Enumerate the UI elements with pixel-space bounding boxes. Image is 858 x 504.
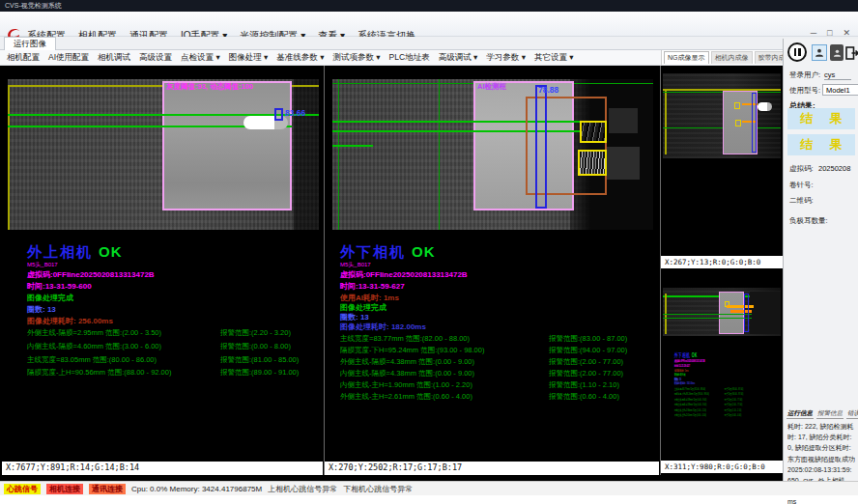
measurement-row: 外侧主线-隔膜=4.38mm 范围:(0.00 - 9.00) 报警范围:(2.… [340,357,474,367]
tool-spot-check[interactable]: 点检设置 ▾ [181,52,220,64]
mid-result-title: 外下相机 OK [340,243,436,262]
mid-camera-canvas[interactable]: AI检测框 78.88 [332,79,653,230]
user-dark-icon [833,48,842,58]
neg-tab-count-label: 负极耳数量: [789,216,828,226]
tool-advanced-settings[interactable]: 高级设置 [139,52,172,64]
mid-green-vline-1 [338,79,339,230]
login-user-value[interactable]: cys [824,70,851,80]
tab-camera-image[interactable]: 相机内成像 [711,51,753,64]
tool-plc-address[interactable]: PLC地址表 [389,52,430,64]
needle-no-label: 卷针号: [789,181,814,190]
result-box-2: 结 果 [787,134,855,155]
measurement-value: 外侧主线-隔膜=4.38mm 范围:(0.00 - 9.00) [340,357,474,366]
mid-green-segment [332,145,373,147]
tool-camera-config[interactable]: 相机配置 [7,52,40,64]
window-titlebar: CVS-视觉检测系统 [0,0,858,12]
status-bar: 心跳信号 相机连接 通讯连接 Cpu: 0.0% Memory: 3424.41… [0,481,858,495]
tool-advanced-debug[interactable]: 高级调试 ▾ [439,52,478,64]
model-value-field[interactable]: Model1 [822,84,858,96]
tab-alarm-info[interactable]: 报警信息 [816,409,844,419]
tab-ng-display[interactable]: NG成像显示 [664,51,709,64]
cpu-memory-readout: Cpu: 0.0% Memory: 3424.41796875M [131,485,262,493]
tool-test-params[interactable]: 测试项参数 ▾ [332,52,380,64]
qrcode-label: 二维码: [789,196,814,206]
mid-pixel-readout: X:270;Y:2502;R:17;G:17;B:17 [325,462,659,475]
left-camera-canvas[interactable]: 灰度阈值:93, 动态阈值:100 83.66 [8,79,319,230]
measurement-value: 主线宽度=83.77mm 范围:(82.00 - 88.00) [340,334,470,343]
measurement-row: 隔膜宽度-上H=90.56mm 范围:(88.00 - 92.00) 报警范围:… [27,368,171,378]
sv1-olive-line [663,89,781,91]
measurement-row: 外侧主线-隔膜=2.95mm 范围:(2.00 - 3.50) 报警范围:(2.… [27,328,161,338]
measurement-value: 隔膜宽度-上H=90.56mm 范围:(88.00 - 92.00) [27,368,171,377]
sv2-orange-label [727,305,754,308]
exit-button[interactable] [844,44,858,61]
mid-blue-roi [535,85,547,209]
mid-tab-box-2 [578,150,607,176]
left-camera-name: 外上相机 [27,243,93,262]
camera-connect-badge: 相机连接 [46,484,83,494]
small-view-1-canvas[interactable] [663,73,781,158]
tool-other-settings[interactable]: 其它设置 ▾ [534,52,574,64]
measurement-row: 内侧主线-主H=1.90mm 范围:(1.00 - 2.20) 报警范围:(1.… [340,380,472,390]
sv1-green-line-2 [663,127,781,128]
mid-measure-label: 78.88 [538,85,558,95]
mid-ok-status: OK [412,243,436,260]
measurement-value: 内侧主线-隔膜=4.60mm 范围:(3.00 - 6.00) [27,342,161,350]
tab-run-info[interactable]: 运行信息 [786,409,814,419]
sv1-yellow-mark-1 [734,102,740,109]
view-separator [660,66,661,475]
result-box-1: 结 果 [787,108,855,129]
virtual-code-value: 20250208 [818,164,850,173]
sv2-dark-zone [750,292,781,334]
app-window: CVS-视觉检测系统 系统配置 相机配置 通讯配置 IO手配置 ▾ 光源控制配置… [0,0,858,504]
alarm-range: 报警范围:(83.00 - 87.00) [549,334,627,344]
tab-error-info[interactable]: 错误信息 [846,409,858,419]
tool-camera-debug[interactable]: 相机调试 [98,52,130,64]
virtual-code-label: 虚拟码: [789,164,814,174]
small-view-2-overlay-text: 外下相机 OK 虚拟码:0FFIine2025020813313472B 时间:… [674,351,774,417]
user-login-button[interactable] [812,44,827,61]
small-view-2-canvas[interactable] [663,288,781,336]
user-icon [815,47,824,58]
measurement-row: 内侧主线-隔膜=4.60mm 范围:(3.00 - 6.00) 报警范围:(0.… [27,342,161,351]
alarm-range: 报警范围:(94.00 - 97.00) [549,346,627,355]
sv1-connector-part [758,102,772,111]
small-view-2-readout: X:311;Y:980;R:0;G:0;B:0 [661,461,783,473]
left-blue-marker [274,108,283,121]
alarm-range: 报警范围:(1.10 - 2.10) [549,380,619,390]
window-title: CVS-视觉检测系统 [5,2,62,9]
sv2-camera-name: 外下相机 [674,351,690,359]
user-manage-button[interactable] [830,44,844,61]
left-turn-count: 圈数: 13 [27,304,56,315]
mid-ai-roi-label: AI检测框 [477,82,506,92]
left-ok-status: OK [99,243,123,260]
mid-elapsed: 图像处理耗时: 182.00ms [340,322,426,332]
left-threshold-label: 灰度阈值:93, 动态阈值:100 [166,82,253,92]
tool-ai-config[interactable]: AI使用配置 [48,52,89,64]
measurement-value: 隔膜宽度-下H=95.24mm 范围:(93.00 - 98.00) [340,346,484,354]
sv1-blue-roi [752,93,757,153]
model-label: 使用型号: [789,86,820,96]
tool-learning-params[interactable]: 学习参数 ▾ [486,52,526,64]
tab-run-image[interactable]: 运行图像 [4,37,56,50]
left-film-roi [162,81,292,210]
tool-image-processing[interactable]: 图像处理 ▾ [229,52,269,64]
heartbeat-badge: 心跳信号 [4,484,41,494]
alarm-range: 报警范围:(2.00 - 77.00) [549,357,623,367]
mid-barcode: 虚拟码:0FFIine2025020813313472B [340,269,468,280]
measurement-row: 主线宽度=83.77mm 范围:(82.00 - 88.00) 报警范围:(83… [340,334,470,344]
alarm-range: 报警范围:(89.00 - 91.00) [220,368,299,378]
log-tabs: 运行信息 报警信息 错误信息 [786,409,858,419]
sv2-film-roi [719,292,744,334]
left-process-done: 图像处理完成 [27,293,73,303]
exit-door-icon [845,46,858,60]
sv2-elapsed: 图像处理耗时: 182.00ms [674,381,774,386]
alarm-range: 报警范围:(2.20 - 3.20) [220,328,291,338]
measurement-row: 内侧主线-隔膜=4.38mm 范围:(0.00 - 9.00) 报警范围:(2.… [340,369,474,378]
left-measure-label: 83.66 [285,108,305,118]
tool-baseline-params[interactable]: 基准线参数 ▾ [276,52,324,64]
lower-camera-heartbeat-status: 下相机心跳信号异常 [343,484,413,494]
pause-button[interactable] [787,42,807,62]
mid-machine-part [609,108,638,133]
measurement-value: 外侧主线-主H=2.61mm 范围:(0.60 - 4.00) [340,392,472,401]
